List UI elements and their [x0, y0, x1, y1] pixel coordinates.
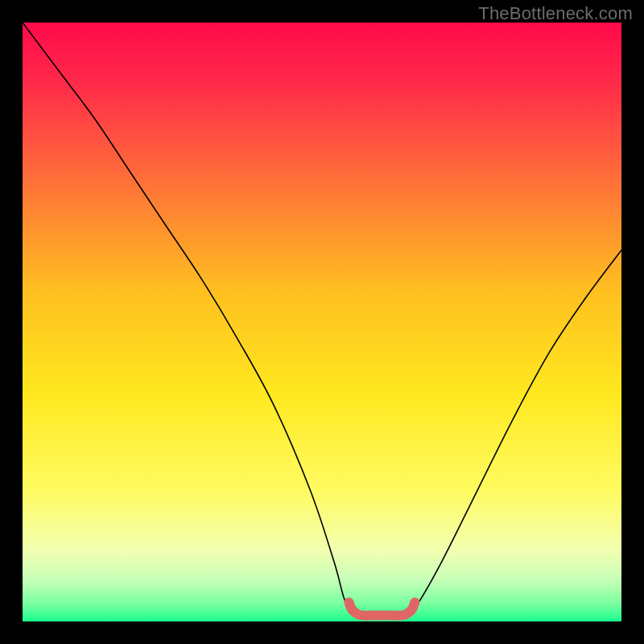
watermark-text: TheBottleneck.com — [478, 3, 633, 24]
chart-background — [23, 23, 621, 621]
bottleneck-chart — [23, 23, 621, 621]
